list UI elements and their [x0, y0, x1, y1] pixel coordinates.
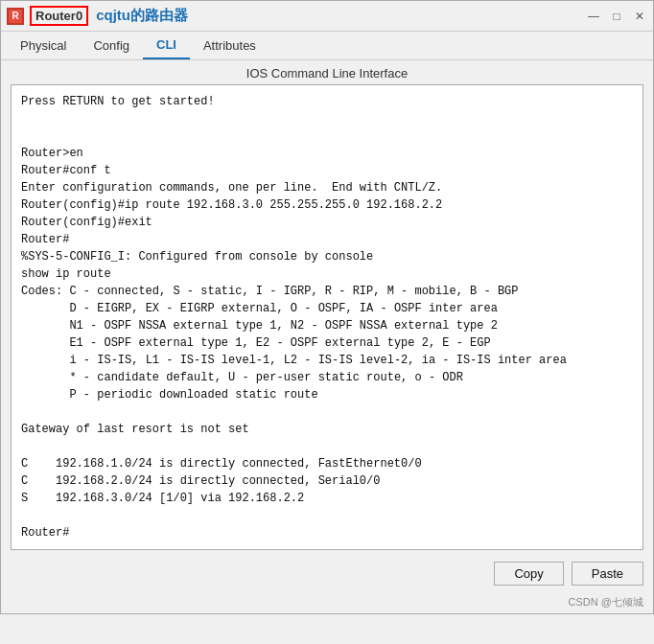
tab-bar: Physical Config CLI Attributes [1, 32, 653, 60]
window-title: cqjtu的路由器 [96, 7, 586, 25]
maximize-button[interactable]: □ [609, 9, 624, 24]
minimize-button[interactable]: — [586, 9, 601, 24]
section-title: IOS Command Line Interface [1, 60, 653, 84]
close-button[interactable]: ✕ [632, 9, 647, 24]
tab-cli[interactable]: CLI [143, 32, 190, 59]
tab-config[interactable]: Config [80, 32, 143, 59]
title-bar: R Router0 cqjtu的路由器 — □ ✕ [1, 1, 653, 32]
tab-physical[interactable]: Physical [7, 32, 80, 59]
cli-output[interactable]: Press RETURN to get started! Router>en R… [12, 85, 642, 549]
footer-text: CSDN @七倾城 [1, 593, 653, 613]
copy-button[interactable]: Copy [494, 562, 563, 586]
router-window: R Router0 cqjtu的路由器 — □ ✕ Physical Confi… [0, 0, 654, 614]
cli-container: Press RETURN to get started! Router>en R… [11, 84, 643, 550]
router-icon: R [7, 8, 24, 25]
paste-button[interactable]: Paste [572, 562, 643, 586]
tab-attributes[interactable]: Attributes [190, 32, 269, 59]
device-label: Router0 [30, 6, 88, 26]
window-controls: — □ ✕ [586, 9, 647, 24]
bottom-bar: Copy Paste [1, 556, 653, 593]
